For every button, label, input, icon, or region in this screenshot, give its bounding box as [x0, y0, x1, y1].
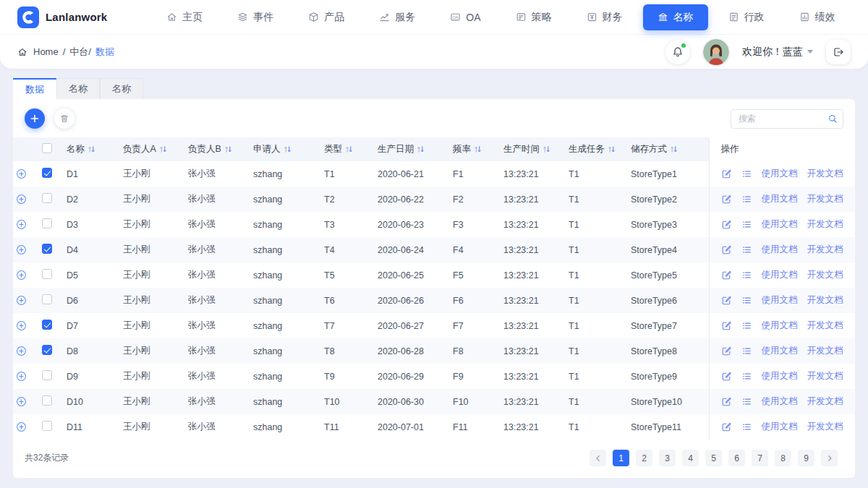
row-checkbox[interactable] [42, 421, 52, 431]
dev-doc-link[interactable]: 开发文档 [807, 395, 843, 408]
search-input[interactable] [731, 109, 843, 129]
list-icon[interactable] [741, 371, 752, 382]
dev-doc-link[interactable]: 开发文档 [807, 294, 843, 307]
usage-doc-link[interactable]: 使用文档 [762, 168, 798, 180]
sort-icon[interactable] [542, 145, 550, 153]
list-icon[interactable] [741, 168, 752, 179]
list-icon[interactable] [741, 346, 752, 356]
dev-doc-link[interactable]: 开发文档 [807, 345, 843, 357]
edit-icon[interactable] [721, 371, 732, 382]
edit-icon[interactable] [721, 346, 732, 356]
crumb-section[interactable]: 中台/ [69, 46, 91, 59]
list-icon[interactable] [741, 396, 752, 407]
usage-doc-link[interactable]: 使用文档 [762, 421, 798, 433]
dev-doc-link[interactable]: 开发文档 [807, 168, 843, 180]
row-checkbox[interactable] [42, 218, 52, 228]
row-checkbox[interactable] [42, 320, 52, 330]
dev-doc-link[interactable]: 开发文档 [807, 218, 843, 231]
page-button-2[interactable]: 2 [636, 450, 652, 466]
dev-doc-link[interactable]: 开发文档 [807, 244, 843, 256]
row-checkbox[interactable] [42, 345, 52, 355]
page-button-8[interactable]: 8 [775, 450, 791, 466]
logout-button[interactable] [826, 40, 851, 64]
usage-doc-link[interactable]: 使用文档 [762, 244, 798, 256]
sort-icon[interactable] [224, 145, 232, 153]
usage-doc-link[interactable]: 使用文档 [762, 193, 798, 205]
expand-row-icon[interactable] [16, 421, 27, 432]
list-icon[interactable] [741, 270, 752, 281]
expand-row-icon[interactable] [16, 244, 27, 255]
expand-row-icon[interactable] [16, 295, 27, 306]
page-button-4[interactable]: 4 [682, 450, 699, 466]
row-checkbox[interactable] [42, 193, 52, 203]
sort-icon[interactable] [417, 145, 425, 153]
page-button-9[interactable]: 9 [798, 450, 814, 466]
edit-icon[interactable] [721, 194, 732, 205]
select-all-checkbox[interactable] [42, 143, 52, 153]
crumb-home[interactable]: Home [33, 46, 59, 57]
usage-doc-link[interactable]: 使用文档 [762, 218, 798, 231]
usage-doc-link[interactable]: 使用文档 [762, 294, 798, 307]
sort-icon[interactable] [474, 145, 482, 153]
page-button-3[interactable]: 3 [659, 450, 676, 466]
usage-doc-link[interactable]: 使用文档 [762, 395, 798, 408]
row-checkbox[interactable] [42, 168, 52, 178]
sort-icon[interactable] [345, 145, 353, 153]
tab-0[interactable]: 数据 [13, 78, 56, 99]
edit-icon[interactable] [721, 396, 732, 407]
nav-item-admin[interactable]: 行政 [714, 4, 779, 30]
edit-icon[interactable] [721, 270, 732, 281]
nav-item-event[interactable]: 事件 [223, 4, 288, 30]
sort-icon[interactable] [608, 145, 616, 153]
usage-doc-link[interactable]: 使用文档 [762, 320, 798, 332]
expand-row-icon[interactable] [16, 396, 27, 407]
brand[interactable]: Lanlanwork [17, 7, 107, 28]
edit-icon[interactable] [721, 244, 732, 255]
prev-page-button[interactable] [590, 450, 606, 466]
welcome-menu[interactable]: 欢迎你！蓝蓝 [742, 46, 813, 59]
row-checkbox[interactable] [42, 244, 52, 254]
delete-button[interactable] [54, 108, 75, 129]
edit-icon[interactable] [721, 168, 732, 179]
page-button-5[interactable]: 5 [705, 450, 722, 466]
expand-row-icon[interactable] [16, 219, 27, 230]
list-icon[interactable] [741, 421, 752, 432]
expand-row-icon[interactable] [16, 320, 27, 331]
page-button-7[interactable]: 7 [752, 450, 768, 466]
dev-doc-link[interactable]: 开发文档 [807, 421, 843, 433]
nav-item-strategy[interactable]: 策略 [501, 4, 566, 30]
dev-doc-link[interactable]: 开发文档 [807, 370, 843, 382]
nav-item-oa[interactable]: OAOA [435, 5, 495, 30]
nav-item-performance[interactable]: 绩效 [785, 4, 850, 30]
row-checkbox[interactable] [42, 395, 52, 406]
search-icon[interactable] [827, 114, 838, 124]
dev-doc-link[interactable]: 开发文档 [807, 269, 843, 281]
next-page-button[interactable] [821, 450, 838, 466]
sort-icon[interactable] [88, 145, 95, 153]
expand-row-icon[interactable] [16, 194, 27, 205]
page-button-1[interactable]: 1 [613, 450, 629, 466]
avatar[interactable] [703, 39, 729, 65]
nav-item-finance[interactable]: 财务 [572, 4, 637, 30]
dev-doc-link[interactable]: 开发文档 [807, 320, 843, 332]
expand-row-icon[interactable] [16, 168, 27, 179]
tab-1[interactable]: 名称 [56, 78, 100, 99]
list-icon[interactable] [741, 295, 752, 306]
list-icon[interactable] [741, 219, 752, 230]
usage-doc-link[interactable]: 使用文档 [762, 269, 798, 281]
row-checkbox[interactable] [42, 269, 52, 279]
expand-row-icon[interactable] [16, 270, 27, 281]
edit-icon[interactable] [721, 295, 732, 306]
edit-icon[interactable] [721, 219, 732, 230]
sort-icon[interactable] [159, 145, 167, 153]
nav-item-home[interactable]: 主页 [152, 4, 217, 30]
row-checkbox[interactable] [42, 294, 52, 304]
add-button[interactable] [25, 108, 45, 129]
page-button-6[interactable]: 6 [728, 450, 745, 466]
nav-item-service[interactable]: 服务 [365, 4, 430, 30]
row-checkbox[interactable] [42, 370, 52, 380]
usage-doc-link[interactable]: 使用文档 [762, 345, 798, 357]
edit-icon[interactable] [721, 421, 732, 432]
list-icon[interactable] [741, 244, 752, 255]
expand-row-icon[interactable] [16, 346, 27, 356]
